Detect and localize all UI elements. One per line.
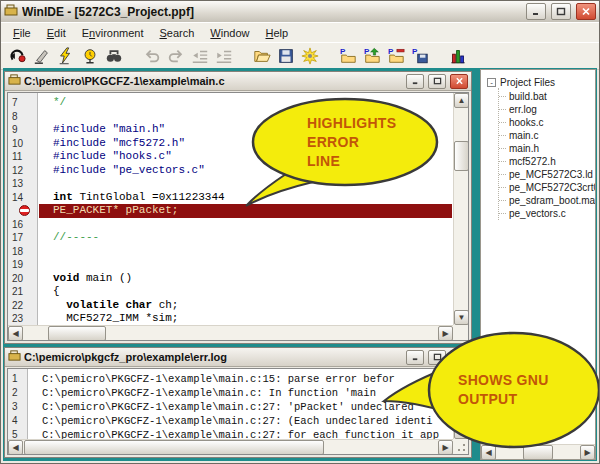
line-number: 20 — [8, 272, 37, 286]
callout-gnu-output: SHOWS GNUOUTPUT — [376, 329, 600, 454]
line-number: 12 — [8, 164, 37, 178]
redo-icon — [165, 45, 187, 67]
editor-vscroll-thumb[interactable] — [454, 141, 469, 171]
tree-item-pe_sdram_boot.mac[interactable]: pe_sdram_boot.mac — [499, 194, 595, 207]
close-button[interactable] — [576, 3, 596, 20]
line-number: 17 — [8, 231, 37, 245]
maximize-button[interactable] — [551, 3, 571, 20]
project-tree-root[interactable]: - Project Files — [487, 77, 595, 88]
log-line-number: 1 — [8, 372, 27, 386]
code-line-17: //----- — [39, 231, 452, 245]
tree-connector — [499, 161, 506, 162]
line-number: 14 — [8, 191, 37, 205]
tree-item-label: err.log — [509, 104, 537, 115]
menu-window[interactable]: Window — [202, 25, 257, 41]
error-marker-icon[interactable] — [19, 205, 30, 216]
tree-item-build.bat[interactable]: build.bat — [499, 90, 595, 103]
search-binoculars-icon[interactable] — [103, 45, 125, 67]
mdi-client-area: - Project Files build.baterr.loghooks.cm… — [3, 68, 597, 461]
line-number: 8 — [8, 110, 37, 124]
compile-icon[interactable] — [299, 45, 321, 67]
line-number: 21 — [8, 285, 37, 299]
debugger-icon[interactable] — [7, 45, 29, 67]
log-line-number: 2 — [8, 386, 27, 400]
menu-environment[interactable]: Environment — [74, 25, 152, 41]
collapse-icon[interactable]: - — [487, 78, 496, 87]
callout-highlight-text: HIGHLIGHTSERRORLINE — [307, 114, 396, 171]
statistics-chart-icon[interactable] — [447, 45, 469, 67]
tree-item-main.c[interactable]: main.c — [499, 129, 595, 142]
tree-connector — [499, 135, 506, 136]
open-file-icon[interactable] — [251, 45, 273, 67]
tree-item-main.h[interactable]: main.h — [499, 142, 595, 155]
toolbar: PPPP — [1, 42, 599, 70]
tree-item-pe_MCF5272C3crt0.s[interactable]: pe_MCF5272C3crt0.s — [499, 181, 595, 194]
editor-hscroll-thumb[interactable] — [48, 326, 106, 341]
project-open-icon[interactable]: P — [337, 45, 359, 67]
tree-connector — [499, 200, 506, 201]
tree-item-err.log[interactable]: err.log — [499, 103, 595, 116]
document-icon — [8, 72, 21, 90]
tree-connector — [499, 122, 506, 123]
menu-bar: FileEditEnvironmentSearchWindowHelp — [1, 22, 599, 43]
tree-connector — [499, 187, 506, 188]
project-tree-root-label: Project Files — [500, 77, 555, 88]
menu-file[interactable]: File — [5, 25, 39, 41]
code-line-18 — [39, 245, 452, 259]
menu-help[interactable]: Help — [258, 25, 297, 41]
tree-item-pe_vectors.c[interactable]: pe_vectors.c — [499, 207, 595, 220]
minimize-button[interactable] — [526, 3, 546, 20]
tree-item-pe_MCF5272C3.ld[interactable]: pe_MCF5272C3.ld — [499, 168, 595, 181]
line-number: 19 — [8, 258, 37, 272]
code-line-19 — [39, 258, 452, 272]
tree-connector — [499, 148, 506, 149]
editor-title: C:\pemicro\PKGCFZ-1\example\main.c — [24, 75, 402, 87]
code-line-20: void main () — [39, 272, 452, 286]
tree-item-label: pe_sdram_boot.mac — [509, 195, 595, 206]
log-line-number: 3 — [8, 400, 27, 414]
tree-connector — [499, 174, 506, 175]
unindent-icon — [189, 45, 211, 67]
errlog-hscroll-thumb[interactable] — [24, 440, 324, 455]
line-number: 16 — [8, 218, 37, 232]
project-tree-items: build.baterr.loghooks.cmain.cmain.hmcf52… — [498, 88, 595, 220]
menu-edit[interactable]: Edit — [39, 25, 74, 41]
flash-programmer-icon[interactable] — [55, 45, 77, 67]
save-file-icon[interactable] — [275, 45, 297, 67]
line-number: 9 — [8, 123, 37, 137]
editor-scroll-left-icon[interactable]: ◀ — [8, 326, 23, 341]
editor-vscrollbar[interactable]: ▲ ▼ — [453, 93, 468, 325]
editor-scroll-up-icon[interactable]: ▲ — [454, 93, 469, 108]
editor-scroll-down-icon[interactable]: ▼ — [454, 310, 469, 325]
line-number: 18 — [8, 245, 37, 259]
errlog-scroll-left-icon[interactable]: ◀ — [8, 440, 23, 455]
in-circuit-debug-icon[interactable] — [31, 45, 53, 67]
tree-connector — [499, 213, 506, 214]
code-line-22: volatile char ch; — [39, 299, 452, 313]
editor-minimize-button[interactable] — [406, 74, 424, 89]
callout-highlight-error: HIGHLIGHTSERRORLINE — [241, 96, 441, 211]
undo-icon — [141, 45, 163, 67]
project-remove-icon[interactable]: P — [385, 45, 407, 67]
editor-titlebar[interactable]: C:\pemicro\PKGCFZ-1\example\main.c — [5, 72, 471, 91]
log-line-number: 4 — [8, 414, 27, 428]
line-number: 23 — [8, 312, 37, 325]
line-number: 7 — [8, 96, 37, 110]
errlog-title: C:\pemicro\pkgcfz_pro\example\err.log — [24, 351, 402, 363]
document-icon — [8, 348, 21, 366]
menu-search[interactable]: Search — [151, 25, 202, 41]
main-titlebar[interactable]: WinIDE - [5272C3_Project.ppf] — [1, 1, 599, 23]
editor-close-button[interactable] — [450, 74, 468, 89]
winide-application-window: WinIDE - [5272C3_Project.ppf] FileEditEn… — [0, 0, 600, 464]
line-number — [8, 204, 37, 218]
tree-item-hooks.c[interactable]: hooks.c — [499, 116, 595, 129]
project-save-icon[interactable]: P — [409, 45, 431, 67]
tree-item-label: build.bat — [509, 91, 547, 102]
editor-maximize-button[interactable] — [428, 74, 446, 89]
project-add-icon[interactable]: P — [361, 45, 383, 67]
programmer-utility-icon[interactable] — [79, 45, 101, 67]
tree-item-label: pe_vectors.c — [509, 208, 566, 219]
tree-item-mcf5272.h[interactable]: mcf5272.h — [499, 155, 595, 168]
window-title: WinIDE - [5272C3_Project.ppf] — [22, 5, 521, 19]
tree-item-label: main.h — [509, 143, 539, 154]
